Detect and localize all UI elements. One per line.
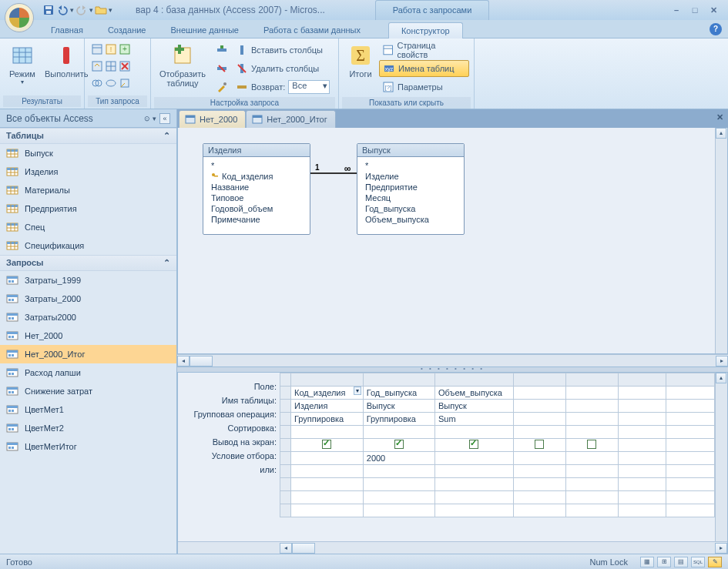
builder-button[interactable]: [213, 79, 231, 95]
grid-cell[interactable]: [618, 452, 666, 465]
grid-cell[interactable]: [513, 465, 565, 478]
nav-collapse-button[interactable]: «: [159, 113, 170, 124]
table-names-button[interactable]: xyzИмена таблиц: [379, 60, 469, 77]
grid-cell[interactable]: Группировка: [363, 413, 434, 426]
grid-cell[interactable]: [513, 387, 565, 400]
grid-cell[interactable]: [435, 504, 514, 517]
grid-cell[interactable]: [363, 478, 434, 491]
nav-query-item[interactable]: Снижение затрат: [0, 382, 176, 400]
nav-query-item[interactable]: ЦветМет2: [0, 419, 176, 437]
field[interactable]: Примечание: [210, 214, 304, 225]
grid-cell[interactable]: [363, 373, 434, 387]
view-button[interactable]: Режим ▾: [5, 42, 40, 87]
field[interactable]: Годовой_объем: [210, 203, 304, 214]
view-pivottable-button[interactable]: ⊞: [657, 557, 671, 567]
grid-cell[interactable]: [565, 426, 618, 439]
field-star[interactable]: *: [364, 160, 458, 171]
grid-cell[interactable]: [363, 426, 434, 439]
grid-cell[interactable]: [666, 504, 715, 517]
grid-cell[interactable]: [513, 373, 565, 387]
grid-cell[interactable]: [435, 439, 514, 452]
grid-hscroll[interactable]: ◂▸: [178, 541, 727, 554]
show-checkbox[interactable]: [535, 440, 544, 449]
table-box-izdeliya[interactable]: Изделия * Код_изделия Название Типовое Г…: [203, 143, 310, 235]
nav-query-item[interactable]: Затраты2000: [0, 308, 176, 326]
grid-cell[interactable]: Sum: [435, 413, 514, 426]
nav-query-item[interactable]: Затраты_1999: [0, 271, 176, 290]
append-query-icon[interactable]: +: [119, 43, 131, 57]
show-checkbox[interactable]: [587, 440, 596, 449]
grid-cell[interactable]: [666, 387, 715, 400]
qat-customize[interactable]: ▾: [109, 6, 112, 14]
view-design-button[interactable]: ✎: [708, 557, 722, 567]
grid-cell[interactable]: [565, 413, 618, 426]
grid-cell[interactable]: [565, 373, 618, 387]
nav-query-item[interactable]: Расход лапши: [0, 363, 176, 382]
save-icon[interactable]: [42, 4, 55, 16]
grid-cell[interactable]: Код_изделия▾: [291, 387, 364, 400]
return-combo[interactable]: Все: [288, 80, 330, 94]
query-design-surface[interactable]: Изделия * Код_изделия Название Типовое Г…: [177, 128, 728, 354]
insert-rows-button[interactable]: [213, 42, 231, 59]
row-selector[interactable]: [280, 452, 291, 465]
undo-dropdown[interactable]: ▾: [70, 6, 74, 14]
parameters-button[interactable]: [?]Параметры: [379, 79, 469, 95]
grid-cell[interactable]: [291, 426, 364, 439]
field[interactable]: Изделие: [364, 171, 458, 182]
view-pivotchart-button[interactable]: ▤: [674, 557, 688, 567]
grid-cell[interactable]: [513, 413, 565, 426]
grid-cell[interactable]: [435, 491, 514, 504]
grid-cell[interactable]: [565, 439, 618, 452]
grid-cell[interactable]: [291, 452, 364, 465]
union-query-icon[interactable]: [91, 77, 103, 91]
totals-button[interactable]: Σ Итоги: [344, 42, 377, 80]
help-button[interactable]: ?: [710, 23, 722, 35]
nav-queries-header[interactable]: Запросы⌃: [0, 255, 176, 271]
delete-query-icon[interactable]: [119, 60, 131, 74]
grid-cell[interactable]: [513, 400, 565, 413]
field[interactable]: Название: [210, 182, 304, 192]
grid-cell[interactable]: Выпуск: [435, 400, 514, 413]
grid-cell[interactable]: [363, 491, 434, 504]
grid-cell[interactable]: [618, 373, 666, 387]
grid-cell[interactable]: [565, 400, 618, 413]
grid-cell[interactable]: [291, 465, 364, 478]
delete-rows-button[interactable]: [213, 60, 231, 77]
passthrough-query-icon[interactable]: [105, 77, 117, 91]
nav-query-item[interactable]: Нет_2000_Итог: [0, 345, 176, 363]
grid-cell[interactable]: [291, 373, 364, 387]
vscrollbar[interactable]: ▴: [715, 128, 727, 353]
grid-cell[interactable]: [565, 452, 618, 465]
grid-cell[interactable]: [435, 478, 514, 491]
crosstab-query-icon[interactable]: [105, 60, 117, 74]
update-query-icon[interactable]: [91, 60, 103, 74]
grid-cell[interactable]: Объем_выпуска: [435, 387, 514, 400]
grid-cell[interactable]: [291, 439, 364, 452]
nav-table-item[interactable]: Материалы: [0, 181, 176, 199]
nav-query-item[interactable]: Затраты_2000: [0, 290, 176, 308]
grid-table[interactable]: Код_изделия▾Год_выпускаОбъем_выпускаИзде…: [280, 373, 715, 541]
doc-tab-2[interactable]: Нет_2000_Итог: [246, 110, 335, 128]
grid-cell[interactable]: [291, 491, 364, 504]
field[interactable]: Предприятие: [364, 182, 458, 192]
field[interactable]: Месяц: [364, 192, 458, 203]
row-selector[interactable]: [280, 439, 291, 452]
nav-table-item[interactable]: Выпуск: [0, 144, 176, 162]
grid-cell[interactable]: Год_выпуска: [363, 387, 434, 400]
grid-cell[interactable]: Группировка: [291, 413, 364, 426]
show-table-button[interactable]: Отобразить таблицу: [156, 42, 210, 89]
grid-cell[interactable]: [435, 426, 514, 439]
grid-cell[interactable]: [666, 400, 715, 413]
select-query-icon[interactable]: [91, 43, 103, 57]
show-checkbox[interactable]: [322, 440, 331, 449]
field[interactable]: Год_выпуска: [364, 203, 458, 214]
doc-tab-1[interactable]: Нет_2000: [179, 110, 246, 128]
row-selector[interactable]: [280, 504, 291, 517]
grid-cell[interactable]: [618, 491, 666, 504]
tab-design[interactable]: Конструктор: [388, 22, 463, 38]
tab-external[interactable]: Внешние данные: [159, 22, 251, 38]
grid-cell[interactable]: [565, 504, 618, 517]
show-checkbox[interactable]: [394, 440, 404, 449]
grid-cell[interactable]: [565, 478, 618, 491]
nav-query-item[interactable]: ЦветМетИтог: [0, 437, 176, 456]
